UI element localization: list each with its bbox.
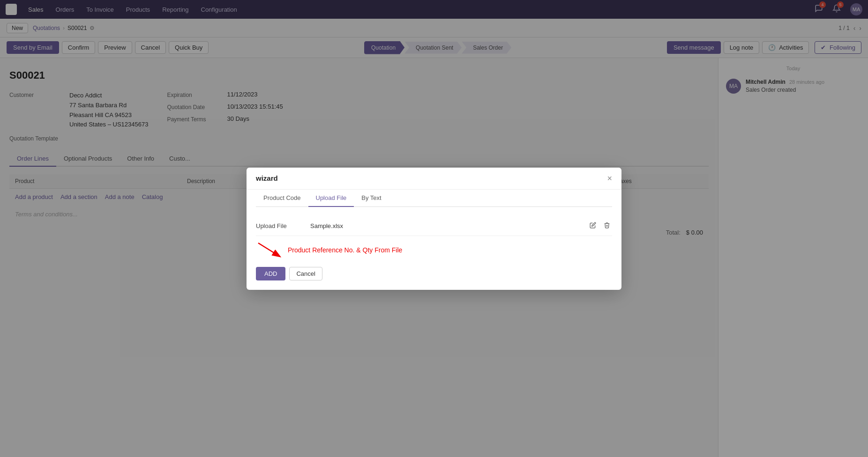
dialog-tabs: Product Code Upload File By Text — [256, 190, 612, 207]
dialog-annotation: Product Reference No. & Qty From File — [256, 236, 612, 261]
delete-file-button[interactable] — [602, 221, 612, 231]
dialog-footer: ADD Cancel — [256, 261, 612, 280]
dialog-overlay: wizard × Product Code Upload File By Tex… — [0, 0, 868, 457]
upload-file-label: Upload File — [256, 222, 303, 229]
dialog-close-button[interactable]: × — [607, 174, 612, 183]
dialog-tab-by-text[interactable]: By Text — [354, 190, 389, 207]
wizard-dialog: wizard × Product Code Upload File By Tex… — [247, 168, 621, 290]
dialog-header: wizard × — [247, 168, 621, 190]
add-button[interactable]: ADD — [256, 267, 285, 280]
svg-line-5 — [258, 243, 279, 256]
dialog-tab-product-code[interactable]: Product Code — [256, 190, 308, 207]
dialog-body: Product Code Upload File By Text Upload … — [247, 190, 621, 290]
dialog-field-row: Upload File Sample.xlsx — [256, 216, 612, 236]
dialog-cancel-button[interactable]: Cancel — [289, 267, 322, 280]
edit-file-button[interactable] — [588, 221, 598, 231]
upload-file-value: Sample.xlsx — [310, 222, 580, 229]
annotation-text: Product Reference No. & Qty From File — [288, 246, 402, 254]
dialog-tab-upload-file[interactable]: Upload File — [308, 190, 354, 207]
dialog-field-actions — [588, 221, 612, 231]
dialog-title: wizard — [256, 174, 278, 182]
